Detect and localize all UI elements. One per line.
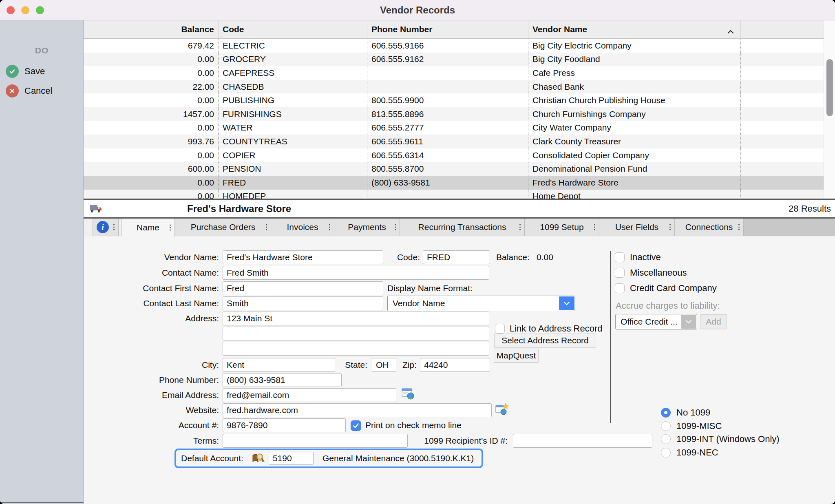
- tab-menu-icon[interactable]: [113, 224, 115, 230]
- tab-purchase-orders[interactable]: Purchase Orders: [175, 219, 271, 236]
- liability-dropdown[interactable]: Office Credit ...: [615, 314, 697, 329]
- cell-balance: 0.00: [84, 121, 219, 135]
- tab-name[interactable]: Name: [121, 219, 175, 237]
- contact-name-input[interactable]: [223, 266, 489, 280]
- tab-menu-icon[interactable]: [738, 224, 740, 230]
- table-row[interactable]: 0.00 CAFEPRESS Cafe Press: [84, 66, 824, 80]
- account-number-label: Account #:: [84, 418, 219, 432]
- tab-menu-icon[interactable]: [395, 224, 396, 230]
- table-row[interactable]: 0.00 GROCERY 606.555.9162 Big City Foodl…: [84, 53, 824, 66]
- account-number-input[interactable]: [223, 418, 346, 432]
- credit-card-company-checkbox[interactable]: [615, 283, 625, 293]
- account-lookup-icon[interactable]: [252, 453, 265, 464]
- address-line1-input[interactable]: [223, 312, 489, 325]
- inactive-checkbox[interactable]: [615, 252, 625, 262]
- tab-label: Name: [137, 223, 159, 232]
- tab-user-fields[interactable]: User Fields: [599, 219, 675, 236]
- table-row[interactable]: 0.00 PUBLISHING 800.555.9900 Christian C…: [84, 93, 824, 107]
- tab-menu-icon[interactable]: [170, 225, 171, 231]
- add-liability-button[interactable]: Add: [700, 314, 727, 329]
- display-name-format-dropdown[interactable]: Vendor Name: [387, 296, 575, 311]
- vendor-name-input[interactable]: [223, 250, 383, 264]
- 1099-int-radio[interactable]: [661, 434, 671, 444]
- table-row[interactable]: 0.00 WATER 606.555.2777 City Water Compa…: [84, 121, 824, 135]
- 1099-misc-radio[interactable]: [661, 421, 671, 431]
- tab-payments[interactable]: Payments: [334, 219, 400, 236]
- cell-phone: 800.555.8700: [367, 162, 528, 176]
- column-header-blank: [741, 20, 824, 38]
- tab-label: Purchase Orders: [191, 222, 256, 232]
- column-header-phone[interactable]: Phone Number: [367, 20, 528, 38]
- zip-input[interactable]: [420, 358, 490, 372]
- table-row[interactable]: 1457.00 FURNISHINGS 813.555.8896 Church …: [84, 107, 824, 121]
- city-input[interactable]: [223, 358, 335, 372]
- chevron-down-icon[interactable]: [681, 315, 696, 329]
- window-title: Vendor Records: [0, 0, 835, 20]
- inactive-label: Inactive: [630, 250, 661, 264]
- table-row-selected[interactable]: 0.00 FRED (800) 633-9581 Fred's Hardware…: [84, 176, 824, 190]
- tab-menu-icon[interactable]: [594, 224, 595, 230]
- table-row[interactable]: 22.00 CHASEDB Chased Bank: [84, 80, 824, 94]
- table-row[interactable]: 600.00 PENSION 800.555.8700 Denomination…: [84, 162, 824, 176]
- phone-number-input[interactable]: [223, 373, 342, 387]
- terms-input[interactable]: [223, 434, 408, 448]
- tab-menu-icon[interactable]: [519, 224, 521, 230]
- tab-label: Invoices: [287, 222, 318, 232]
- code-input[interactable]: [423, 250, 490, 264]
- state-input[interactable]: [372, 358, 396, 372]
- cell-phone: (800) 633-9581: [367, 176, 528, 190]
- email-address-label: Email Address:: [84, 388, 219, 402]
- tab-menu-icon[interactable]: [669, 224, 671, 230]
- tab-connections[interactable]: Connections: [675, 219, 744, 236]
- send-email-icon[interactable]: [401, 388, 415, 402]
- tab-recurring-transactions[interactable]: Recurring Transactions: [400, 219, 525, 236]
- code-label: Code:: [383, 250, 420, 264]
- contact-last-name-input[interactable]: [223, 296, 383, 310]
- column-header-code[interactable]: Code: [219, 20, 367, 38]
- select-address-record-button[interactable]: Select Address Record: [494, 334, 596, 347]
- cancel-button[interactable]: Cancel: [0, 84, 84, 98]
- default-account-input[interactable]: [269, 452, 314, 465]
- truck-icon: [89, 203, 102, 216]
- cell-balance: 0.00: [84, 93, 219, 107]
- print-on-check-label: Print on check memo line: [365, 418, 462, 432]
- chevron-down-icon[interactable]: [559, 296, 574, 310]
- miscellaneous-checkbox[interactable]: [615, 268, 625, 278]
- contact-first-name-input[interactable]: [223, 281, 383, 295]
- mapquest-button[interactable]: MapQuest: [494, 349, 539, 363]
- cell-vendor: Church Furnishings Company: [528, 107, 741, 121]
- email-address-input[interactable]: [223, 388, 396, 402]
- tab-menu-icon[interactable]: [329, 224, 330, 230]
- column-header-vendor-name[interactable]: Vendor Name: [528, 20, 741, 38]
- cell-phone: [367, 80, 528, 94]
- website-input[interactable]: [223, 403, 492, 417]
- phone-number-label: Phone Number:: [84, 373, 219, 387]
- title-bar: Vendor Records: [0, 0, 835, 20]
- print-on-check-checkbox[interactable]: [351, 420, 361, 431]
- address-line3-input[interactable]: [223, 342, 489, 356]
- cell-phone: 813.555.8896: [367, 107, 528, 121]
- cell-code: PENSION: [219, 162, 367, 176]
- cell-phone: 606.555.2777: [367, 121, 528, 135]
- no-1099-radio[interactable]: [661, 408, 671, 418]
- tab-menu-icon[interactable]: [266, 224, 267, 230]
- open-website-icon[interactable]: [495, 403, 509, 418]
- column-header-balance[interactable]: Balance: [84, 20, 219, 38]
- recipient-id-input[interactable]: [513, 434, 652, 448]
- table-row[interactable]: 679.42 ELECTRIC 606.555.9166 Big City El…: [84, 39, 824, 53]
- 1099-nec-radio[interactable]: [661, 448, 671, 458]
- table-row[interactable]: 993.76 COUNTYTREAS 606.555.9611 Clark Co…: [84, 135, 824, 148]
- table-scrollbar[interactable]: [824, 20, 835, 200]
- save-button[interactable]: Save: [0, 64, 84, 78]
- cell-code: COPIER: [219, 148, 367, 162]
- link-address-checkbox[interactable]: [495, 324, 505, 334]
- tab-invoices[interactable]: Invoices: [271, 219, 334, 236]
- cell-balance: 679.42: [84, 39, 219, 53]
- cell-balance: 0.00: [84, 53, 219, 66]
- address-line2-input[interactable]: [223, 327, 489, 340]
- tab-info[interactable]: i: [93, 219, 119, 236]
- scrollbar-thumb[interactable]: [826, 59, 833, 116]
- save-check-icon: [6, 65, 19, 78]
- table-row[interactable]: 0.00 COPIER 606.555.6314 Consolidated Co…: [84, 148, 824, 162]
- tab-1099-setup[interactable]: 1099 Setup: [525, 219, 599, 236]
